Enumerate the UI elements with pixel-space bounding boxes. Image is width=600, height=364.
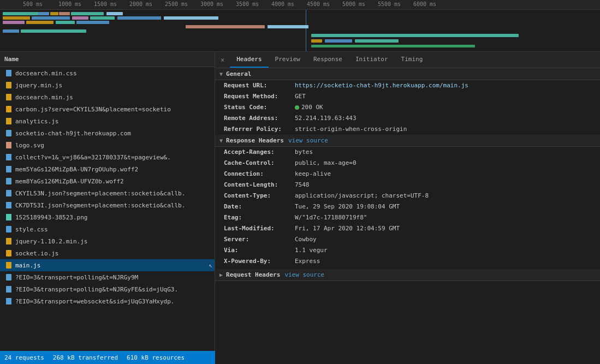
header-key: Connection: bbox=[224, 170, 295, 178]
file-type-icon bbox=[4, 129, 13, 137]
header-value-referrer: strict-origin-when-cross-origin bbox=[295, 126, 591, 133]
header-row: Accept-Ranges: bytes bbox=[215, 147, 600, 158]
file-type-icon bbox=[4, 201, 13, 209]
tl-bar bbox=[3, 16, 30, 20]
tl-bar bbox=[325, 39, 352, 43]
list-item[interactable]: socket.io.js bbox=[0, 247, 215, 259]
list-item[interactable]: jquery-1.10.2.min.js bbox=[0, 235, 215, 247]
header-row-status: Status Code: 200 OK bbox=[215, 102, 600, 113]
ruler-label: 500 ms bbox=[23, 1, 43, 7]
tabs-bar: × Headers Preview Response Initiator Tim… bbox=[215, 52, 600, 68]
list-item[interactable]: 1525189943-38523.png bbox=[0, 211, 215, 223]
header-key: Cache-Control: bbox=[224, 159, 295, 167]
header-row: Content-Type: application/javascript; ch… bbox=[215, 190, 600, 201]
status-dot-icon bbox=[295, 105, 299, 110]
timeline-area: 500 ms 1000 ms 1500 ms 2000 ms 2500 ms 3… bbox=[0, 0, 600, 52]
file-type-icon bbox=[4, 165, 13, 173]
file-type-icon bbox=[4, 69, 13, 77]
request-view-source-link[interactable]: view source bbox=[284, 271, 324, 278]
header-key: Content-Type: bbox=[224, 192, 295, 200]
header-row: Server: Cowboy bbox=[215, 234, 600, 245]
section-toggle-icon: ▼ bbox=[219, 71, 223, 77]
list-item[interactable]: CKYIL53N.json?segment=placement:socketio… bbox=[0, 187, 215, 199]
general-section-header[interactable]: ▼ General bbox=[215, 68, 600, 80]
file-name: ?EIO=3&transport=polling&t=NJRGy9M bbox=[15, 274, 138, 281]
header-key: Request URL: bbox=[224, 82, 295, 89]
file-name: CK7DT53I.json?segment=placement:socketio… bbox=[15, 202, 185, 209]
list-item[interactable]: socketio-chat-h9jt.herokuapp.com bbox=[0, 127, 215, 139]
header-row-method: Request Method: GET bbox=[215, 91, 600, 102]
header-value: 1.1 vegur bbox=[295, 247, 591, 254]
list-item[interactable]: mem8YaGs126MiZpBA-UFVZ0b.woff2 bbox=[0, 175, 215, 187]
tab-close-button[interactable]: × bbox=[217, 55, 228, 65]
ruler-label: 1500 ms bbox=[94, 1, 117, 7]
header-value: Fri, 17 Apr 2020 12:04:59 GMT bbox=[295, 225, 591, 232]
list-item[interactable]: style.css bbox=[0, 223, 215, 235]
list-item[interactable]: carbon.js?serve=CKYIL53N&placement=socke… bbox=[0, 103, 215, 115]
header-key: Accept-Ranges: bbox=[224, 148, 295, 156]
file-type-icon bbox=[4, 225, 13, 233]
tl-bar bbox=[21, 29, 86, 33]
header-key: Status Code: bbox=[224, 104, 295, 111]
file-name: main.js bbox=[15, 262, 40, 269]
ruler-label: 3500 ms bbox=[236, 1, 259, 7]
header-value: W/"1d7c-171880719f8" bbox=[295, 214, 591, 222]
tab-timing[interactable]: Timing bbox=[395, 52, 430, 68]
response-section-header[interactable]: ▼ Response Headers view source bbox=[215, 135, 600, 147]
file-name: ?EIO=3&transport=websocket&sid=jUqG3YaHx… bbox=[15, 298, 174, 305]
tl-bar bbox=[26, 21, 54, 24]
header-value-remote: 52.214.119.63:443 bbox=[295, 115, 591, 122]
tl-bar bbox=[311, 45, 475, 47]
file-name: docsearch.min.css bbox=[15, 70, 77, 77]
timeline-ruler: 500 ms 1000 ms 1500 ms 2000 ms 2500 ms 3… bbox=[0, 0, 600, 10]
ruler-label: 2500 ms bbox=[165, 1, 188, 7]
file-name: ?EIO=3&transport=polling&t=NJRGyFE&sid=j… bbox=[15, 286, 178, 293]
tl-bar bbox=[38, 12, 49, 15]
header-value: keep-alive bbox=[295, 170, 591, 178]
list-item[interactable]: ?EIO=3&transport=polling&t=NJRGyFE&sid=j… bbox=[0, 283, 215, 295]
header-row: Cache-Control: public, max-age=0 bbox=[215, 158, 600, 169]
status-bar: 24 requests 268 kB transferred 610 kB re… bbox=[0, 351, 215, 364]
list-item[interactable]: mem5YaGs126MiZpBA-UN7rgOUuhp.woff2 bbox=[0, 163, 215, 175]
tl-bar bbox=[106, 12, 123, 15]
file-type-icon bbox=[4, 249, 13, 257]
list-item-selected[interactable]: main.js ↖ bbox=[0, 259, 215, 271]
tl-bar bbox=[3, 12, 38, 15]
list-item[interactable]: ?EIO=3&transport=websocket&sid=jUqG3YaHx… bbox=[0, 295, 215, 307]
list-item[interactable]: jquery.min.js bbox=[0, 79, 215, 91]
tl-bar bbox=[3, 21, 25, 24]
file-name: docsearch.min.js bbox=[15, 94, 73, 101]
view-source-link[interactable]: view source bbox=[288, 137, 328, 144]
list-item[interactable]: collect?v=1&_v=j86&a=321780337&t=pagevie… bbox=[0, 151, 215, 163]
list-item[interactable]: logo.svg bbox=[0, 139, 215, 151]
list-item[interactable]: docsearch.min.js bbox=[0, 91, 215, 103]
tl-bar bbox=[268, 25, 308, 28]
tab-response[interactable]: Response bbox=[307, 52, 349, 68]
headers-content: ▼ General Request URL: https://socketio-… bbox=[215, 68, 600, 351]
transferred-size: 268 kB transferred bbox=[53, 354, 118, 361]
tab-headers[interactable]: Headers bbox=[230, 52, 268, 68]
file-type-icon bbox=[4, 177, 13, 185]
tl-bar bbox=[72, 16, 88, 20]
list-item[interactable]: ?EIO=3&transport=polling&t=NJRGy9M bbox=[0, 271, 215, 283]
list-item[interactable]: docsearch.min.css bbox=[0, 67, 215, 79]
tl-bar bbox=[76, 21, 109, 24]
header-key: Date: bbox=[224, 203, 295, 211]
list-item[interactable]: analytics.js bbox=[0, 115, 215, 127]
file-name: CKYIL53N.json?segment=placement:socketio… bbox=[15, 190, 185, 197]
header-row: Etag: W/"1d7c-171880719f8" bbox=[215, 212, 600, 223]
tl-bar bbox=[164, 16, 218, 20]
file-type-icon bbox=[4, 213, 13, 221]
cursor-indicator: ↖ bbox=[209, 262, 212, 269]
file-type-icon bbox=[4, 117, 13, 125]
file-type-icon bbox=[4, 285, 13, 293]
tab-initiator[interactable]: Initiator bbox=[349, 52, 395, 68]
request-section-header[interactable]: ▶ Request Headers view source bbox=[215, 269, 600, 281]
file-type-icon bbox=[4, 153, 13, 161]
header-value: application/javascript; charset=UTF-8 bbox=[295, 192, 591, 200]
ruler-label: 3000 ms bbox=[200, 1, 223, 7]
file-name: socket.io.js bbox=[15, 250, 58, 257]
tab-preview[interactable]: Preview bbox=[269, 52, 307, 68]
list-item[interactable]: CK7DT53I.json?segment=placement:socketio… bbox=[0, 199, 215, 211]
header-key: Etag: bbox=[224, 214, 295, 222]
